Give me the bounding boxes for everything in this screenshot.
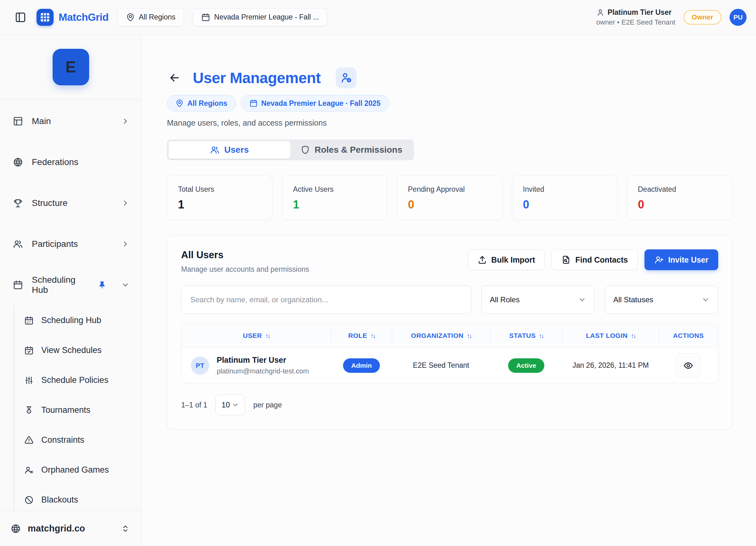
filter-row: All Roles All Statuses (181, 285, 718, 314)
trophy-icon (13, 198, 23, 208)
arrow-left-icon (168, 72, 181, 84)
context-badge-region: All Regions (167, 95, 236, 112)
page-header: User Management (167, 67, 732, 88)
season-selector-label: Nevada Premier League - Fall ... (214, 13, 319, 21)
pin-icon[interactable] (97, 280, 107, 290)
column-header-organization[interactable]: ORGANIZATION ↑↓ (392, 324, 490, 348)
table-header-row: USER ↑↓ ROLE ↑↓ ORGANIZATION ↑↓ STATUS (181, 324, 718, 348)
calendar-days-icon (24, 316, 34, 325)
context-badges: All Regions Nevada Premier League · Fall… (167, 95, 732, 112)
sidebar-item-label: Scheduling Hub (32, 275, 89, 295)
season-selector[interactable]: Nevada Premier League - Fall ... (193, 8, 327, 26)
brand[interactable]: MatchGrid (37, 9, 109, 26)
invite-user-label: Invite User (668, 256, 708, 265)
search-input[interactable] (181, 285, 471, 314)
column-label: ACTIONS (673, 332, 704, 339)
user-cell: PT Platinum Tier User platinum@matchgrid… (181, 355, 331, 375)
stat-value: 0 (408, 198, 491, 211)
row-user-email: platinum@matchgrid-test.com (217, 367, 309, 375)
stat-label: Pending Approval (408, 185, 491, 194)
status-filter-value: All Statuses (613, 295, 702, 304)
chevron-right-icon (121, 117, 129, 125)
column-header-last-login[interactable]: LAST LOGIN ↑↓ (562, 324, 659, 348)
sidebar: E Main Federations (0, 35, 142, 546)
topbar-user-meta: owner • E2E Seed Tenant (596, 18, 675, 26)
avatar[interactable]: PU (730, 9, 747, 26)
page-size-value: 10 (221, 400, 232, 409)
sidebar-item-structure[interactable]: Structure (0, 183, 141, 224)
chevrons-up-down-icon (121, 525, 129, 533)
panel-title: All Users (181, 250, 309, 261)
back-button[interactable] (167, 70, 182, 85)
sidebar-subitem-label: Tournaments (41, 405, 129, 415)
sidebar-item-main[interactable]: Main (0, 101, 141, 142)
stat-label: Total Users (178, 185, 261, 194)
tab-label: Roles & Permissions (315, 145, 403, 155)
panel-actions: Bulk Import Find Contacts (468, 250, 718, 270)
chevron-right-icon (121, 240, 129, 248)
bulk-import-button[interactable]: Bulk Import (468, 250, 545, 270)
sidebar-subitem-orphaned-games[interactable]: Orphaned Games (14, 455, 141, 485)
role-filter-select[interactable]: All Roles (481, 285, 595, 314)
globe-icon (11, 524, 21, 534)
page-title: User Management (193, 69, 321, 87)
sidebar-subitem-blackouts[interactable]: Blackouts (14, 485, 141, 511)
invite-user-button[interactable]: Invite User (644, 250, 718, 270)
sidebar-subitem-constraints[interactable]: Constraints (14, 425, 141, 455)
column-header-status[interactable]: STATUS ↑↓ (490, 324, 562, 348)
sidebar-org-switcher[interactable]: matchgrid.co (0, 511, 141, 546)
page-size-select[interactable]: 10 (215, 394, 245, 415)
panel-title-block: All Users Manage user accounts and permi… (181, 250, 309, 273)
workspace-badge[interactable]: E (53, 49, 89, 85)
map-pin-icon (126, 13, 135, 22)
main-content: User Management All Regions Nevada Prem (142, 35, 756, 546)
sidebar-subitem-tournaments[interactable]: Tournaments (14, 395, 141, 425)
row-avatar: PT (191, 356, 209, 375)
sidebar-item-federations[interactable]: Federations (0, 142, 141, 183)
sort-icon: ↑↓ (370, 332, 375, 339)
status-badge: Active (508, 358, 544, 373)
role-cell: Admin (331, 358, 392, 373)
sliders-icon (24, 376, 34, 385)
alert-triangle-icon (24, 435, 34, 445)
find-contacts-button[interactable]: Find Contacts (552, 250, 638, 270)
chevron-down-icon (232, 401, 239, 409)
calendar-icon (201, 13, 210, 22)
topbar-user-area: Platinum Tier User owner • E2E Seed Tena… (596, 8, 747, 26)
topbar-user-name: Platinum Tier User (608, 8, 672, 17)
sidebar-subitem-schedule-policies[interactable]: Schedule Policies (14, 365, 141, 395)
pagination: 1–1 of 1 10 per page (181, 394, 718, 415)
ban-icon (24, 495, 34, 505)
tab-roles-permissions[interactable]: Roles & Permissions (290, 141, 412, 159)
column-header-actions: ACTIONS (659, 324, 718, 348)
tab-users[interactable]: Users (169, 141, 290, 159)
sidebar-org-label: matchgrid.co (28, 523, 114, 534)
user-x-icon (24, 465, 34, 475)
pagination-range: 1–1 of 1 (181, 401, 207, 409)
panel-left-icon (15, 12, 26, 23)
map-pin-icon (175, 99, 184, 107)
column-label: USER (243, 332, 262, 339)
user-plus-icon (654, 255, 664, 265)
table-row: PT Platinum Tier User platinum@matchgrid… (181, 348, 718, 383)
column-header-user[interactable]: USER ↑↓ (181, 324, 331, 348)
sidebar-item-participants[interactable]: Participants (0, 224, 141, 265)
calendar-icon (249, 99, 258, 107)
status-filter-select[interactable]: All Statuses (605, 285, 718, 314)
matchgrid-logo-icon (37, 9, 54, 26)
sidebar-subitem-view-schedules[interactable]: View Schedules (14, 335, 141, 365)
column-header-role[interactable]: ROLE ↑↓ (331, 324, 392, 348)
find-contacts-label: Find Contacts (575, 256, 628, 265)
owner-badge: Owner (684, 10, 721, 25)
users-table: USER ↑↓ ROLE ↑↓ ORGANIZATION ↑↓ STATUS (181, 323, 718, 383)
sidebar-subitem-scheduling-hub[interactable]: Scheduling Hub (14, 305, 141, 335)
sort-icon: ↑↓ (467, 332, 471, 339)
view-user-button[interactable] (676, 353, 701, 378)
sidebar-toggle-button[interactable] (13, 10, 28, 25)
sidebar-subitem-label: Orphaned Games (41, 465, 129, 475)
sidebar-item-scheduling-hub[interactable]: Scheduling Hub (0, 265, 141, 305)
sort-icon: ↑↓ (265, 332, 270, 339)
stat-label: Invited (523, 185, 606, 194)
region-selector[interactable]: All Regions (117, 8, 184, 26)
sidebar-nav: Main Federations Structure (0, 100, 141, 511)
